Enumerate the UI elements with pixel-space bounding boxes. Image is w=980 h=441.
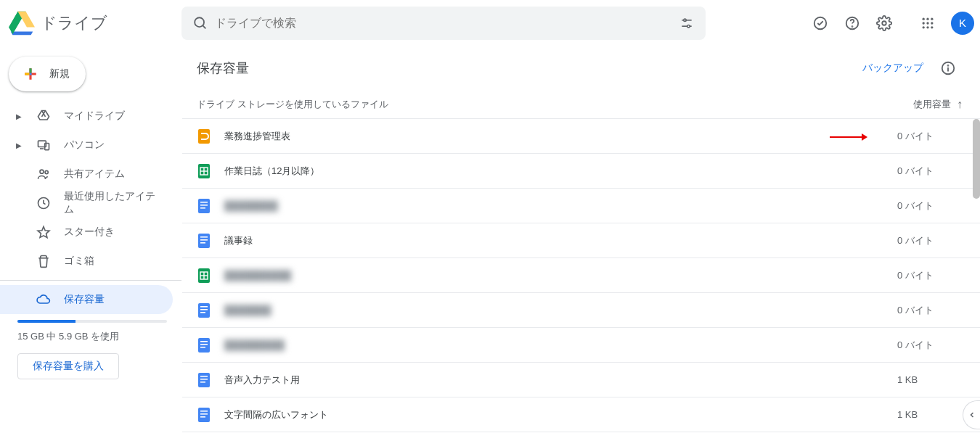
sidebar-item-clock[interactable]: 最近使用したアイテム (0, 189, 173, 218)
svg-rect-47 (198, 303, 210, 318)
svg-point-8 (852, 26, 853, 27)
offline-ready-icon[interactable] (806, 9, 835, 38)
sidebar-item-storage[interactable]: 保存容量 (0, 285, 173, 314)
file-row[interactable]: ███████0 バイト (182, 293, 980, 328)
sidebar: 新規 ▶マイドライブ▶パソコン共有アイテム最近使用したアイテムスター付きゴミ箱 … (0, 46, 181, 441)
scrollbar-thumb[interactable] (973, 119, 980, 199)
svg-rect-51 (198, 338, 210, 353)
file-row[interactable]: 作業日誌（12月以降）0 バイト (182, 154, 980, 189)
sidebar-item-label: 最近使用したアイテム (64, 190, 164, 216)
file-row[interactable]: 音声入力テスト用1 KB (182, 363, 980, 397)
backup-link[interactable]: バックアップ (862, 62, 923, 75)
sidebar-item-people[interactable]: 共有アイテム (0, 160, 173, 189)
file-name: 業務進捗管理表 (224, 130, 897, 143)
search-icon[interactable] (186, 9, 215, 38)
plus-icon (20, 64, 41, 84)
svg-rect-61 (200, 413, 208, 415)
apps-grid-icon[interactable] (913, 9, 942, 38)
list-header: ドライブ ストレージを使用しているファイル 使用容量 ↑ (182, 90, 980, 119)
svg-rect-41 (200, 239, 208, 241)
svg-rect-57 (200, 379, 208, 380)
file-size: 0 バイト (897, 199, 963, 213)
storage-usage-text: 15 GB 中 5.9 GB を使用 (17, 330, 167, 343)
search-bar[interactable] (181, 7, 706, 40)
docs-file-icon (197, 234, 211, 248)
expand-icon[interactable]: ▶ (15, 112, 23, 120)
file-row[interactable]: 文字間隔の広いフォント1 KB (182, 397, 980, 432)
sidebar-item-trash[interactable]: ゴミ箱 (0, 247, 173, 276)
settings-gear-icon[interactable] (870, 9, 899, 38)
file-size: 0 バイト (897, 269, 963, 282)
sheets-file-icon (197, 164, 211, 178)
svg-point-10 (923, 17, 925, 20)
svg-point-11 (926, 17, 928, 20)
svg-rect-49 (200, 309, 208, 310)
header-actions: K (784, 9, 974, 38)
new-button-label: 新規 (49, 67, 70, 81)
file-name: ███████ (224, 305, 897, 316)
sidebar-item-label: ゴミ箱 (64, 255, 94, 268)
new-button[interactable]: 新規 (9, 57, 86, 91)
svg-rect-58 (200, 382, 205, 383)
help-icon[interactable] (838, 9, 867, 38)
file-row[interactable]: 業務進捗管理表0 バイト (182, 119, 980, 154)
sidebar-item-star[interactable]: スター付き (0, 218, 173, 247)
svg-rect-60 (200, 411, 208, 412)
sidebar-item-label: 共有アイテム (64, 168, 125, 181)
app-header: ドライブ K (0, 0, 980, 46)
svg-point-18 (931, 26, 933, 28)
svg-rect-35 (198, 199, 210, 213)
column-header-name[interactable]: ドライブ ストレージを使用しているファイル (197, 98, 897, 111)
file-size: 1 KB (897, 409, 963, 420)
svg-rect-48 (200, 306, 208, 308)
drive-logo-icon (9, 10, 35, 36)
sidebar-item-drive[interactable]: ▶マイドライブ (0, 102, 173, 131)
info-icon[interactable] (934, 54, 963, 83)
docs-file-icon (197, 303, 211, 318)
file-size: 0 バイト (897, 234, 963, 247)
page-title: 保存容量 (197, 59, 862, 77)
svg-point-17 (926, 26, 928, 28)
svg-rect-62 (200, 416, 205, 418)
nav-divider (0, 280, 181, 281)
sidebar-item-label: パソコン (64, 139, 105, 152)
devices-icon (36, 138, 51, 152)
storage-block: 15 GB 中 5.9 GB を使用 保存容量を購入 (0, 314, 181, 379)
svg-rect-39 (198, 234, 210, 248)
search-options-icon[interactable] (672, 9, 701, 38)
svg-point-5 (687, 25, 690, 27)
svg-rect-56 (200, 376, 208, 377)
sidebar-item-devices[interactable]: ▶パソコン (0, 131, 173, 160)
file-name: 議事録 (224, 234, 897, 247)
file-row[interactable]: ██████████0 バイト (182, 258, 980, 293)
sheets-file-icon (197, 268, 211, 283)
search-input[interactable] (215, 17, 672, 30)
svg-point-16 (923, 26, 925, 28)
svg-point-0 (195, 17, 204, 27)
buy-storage-button[interactable]: 保存容量を購入 (17, 353, 119, 379)
file-name: █████████ (224, 339, 897, 350)
file-size: 1 KB (897, 374, 963, 385)
file-row[interactable]: 議事録0 バイト (182, 223, 980, 258)
file-row[interactable]: ████████0 バイト (182, 189, 980, 223)
file-size: 0 バイト (897, 304, 963, 317)
main-content: 保存容量 バックアップ ドライブ ストレージを使用しているファイル 使用容量 ↑… (181, 46, 980, 441)
column-header-size[interactable]: 使用容量 ↑ (897, 98, 963, 111)
svg-rect-42 (200, 242, 205, 244)
sidebar-item-label: 保存容量 (64, 293, 105, 306)
file-name: ████████ (224, 200, 897, 211)
svg-rect-59 (198, 408, 210, 422)
sidebar-item-label: マイドライブ (64, 110, 125, 123)
file-row[interactable]: █████████0 バイト (182, 328, 980, 363)
svg-rect-38 (200, 207, 205, 209)
storage-progress-bar (17, 320, 167, 323)
file-size: 0 バイト (897, 130, 963, 143)
cloud-icon (36, 292, 51, 307)
expand-icon[interactable]: ▶ (15, 141, 23, 149)
sort-ascending-icon[interactable]: ↑ (957, 98, 963, 111)
logo-area[interactable]: ドライブ (9, 10, 181, 36)
file-name: 音声入力テスト用 (224, 374, 897, 387)
svg-point-24 (40, 170, 44, 173)
svg-rect-55 (198, 373, 210, 387)
account-avatar[interactable]: K (951, 12, 974, 35)
